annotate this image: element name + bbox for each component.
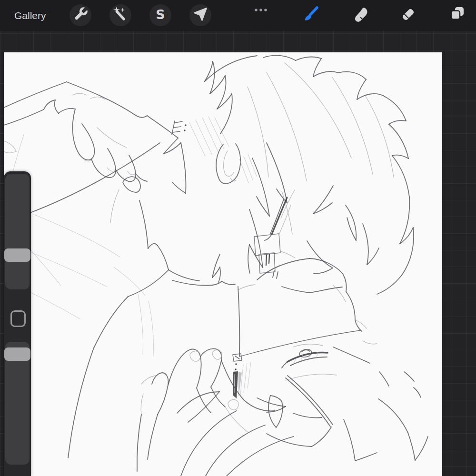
svg-text:S: S — [156, 7, 165, 22]
sketch-upper-ear — [216, 144, 257, 184]
sketch-lower-hair — [177, 372, 428, 476]
top-toolbar: Gallery — [0, 0, 476, 31]
selection-button[interactable]: S — [149, 4, 171, 26]
eraser-icon — [398, 5, 417, 26]
transform-button[interactable] — [189, 4, 211, 26]
sketch-e-mark — [172, 121, 187, 135]
gallery-button[interactable]: Gallery — [14, 0, 46, 31]
opacity-slider-handle[interactable] — [4, 347, 30, 361]
adjustments-button[interactable] — [109, 4, 131, 26]
sketch-drawing — [4, 52, 442, 476]
procreate-workspace: Gallery — [0, 0, 476, 476]
sketch-earring — [233, 354, 251, 398]
sketch-upper-face — [172, 190, 295, 290]
brush-sidebar — [4, 171, 31, 476]
paint-tool-button[interactable] — [301, 6, 320, 25]
sketch-clothing-folds — [4, 177, 199, 458]
brush-size-slider[interactable] — [5, 174, 30, 289]
more-options-button[interactable] — [253, 6, 272, 12]
selection-s-icon: S — [151, 5, 170, 26]
modify-button[interactable] — [10, 310, 26, 327]
transform-arrow-icon — [191, 5, 210, 26]
smudge-tool-button[interactable] — [351, 6, 370, 25]
paintbrush-icon — [301, 5, 320, 26]
smudge-icon — [351, 5, 370, 26]
eraser-tool-button[interactable] — [398, 6, 417, 25]
sketch-lower-head — [238, 258, 377, 380]
drawing-canvas[interactable] — [4, 52, 442, 476]
brush-size-slider-handle[interactable] — [4, 248, 30, 262]
sketch-shoulder — [4, 115, 229, 219]
layers-button[interactable] — [448, 6, 467, 25]
layers-icon — [448, 5, 467, 26]
actions-button[interactable] — [69, 4, 91, 26]
magic-wand-icon — [111, 5, 130, 26]
wrench-icon — [71, 5, 90, 26]
ellipsis-icon — [253, 6, 272, 14]
sketch-bottom-hand — [137, 349, 275, 471]
